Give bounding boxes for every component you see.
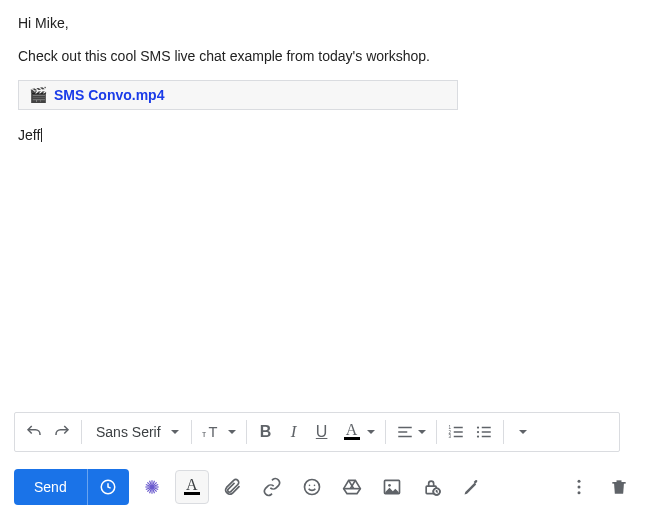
align-button[interactable]	[392, 418, 430, 446]
signature-text: Jeff	[18, 127, 40, 143]
insert-emoji-button[interactable]	[295, 470, 329, 504]
font-size-button[interactable]: т T	[198, 418, 240, 446]
lock-clock-icon	[422, 477, 442, 497]
format-toolbar: Sans Serif т T B I U A 123	[14, 412, 620, 452]
toolbar-divider	[81, 420, 82, 444]
svg-rect-41	[612, 482, 625, 484]
svg-point-40	[578, 491, 581, 494]
redo-button[interactable]	[49, 418, 75, 446]
trash-icon	[609, 477, 629, 497]
attachment-filename: SMS Convo.mp4	[54, 87, 164, 103]
paragraph-line: Check out this cool SMS live chat exampl…	[18, 47, 632, 66]
pen-icon	[462, 477, 482, 497]
text-format-icon: A	[181, 479, 203, 495]
chevron-down-icon	[228, 430, 236, 434]
paperclip-icon	[222, 477, 242, 497]
more-options-button[interactable]	[562, 470, 596, 504]
confidential-mode-button[interactable]	[415, 470, 449, 504]
text-color-icon: A	[341, 424, 363, 440]
font-family-picker[interactable]: Sans Serif	[88, 424, 185, 440]
image-icon	[382, 477, 402, 497]
send-button-label: Send	[34, 479, 67, 495]
bulleted-list-icon	[475, 423, 493, 441]
svg-point-38	[578, 480, 581, 483]
starburst-button[interactable]	[135, 470, 169, 504]
undo-icon	[25, 423, 43, 441]
svg-point-16	[476, 435, 478, 437]
bulleted-list-button[interactable]	[471, 418, 497, 446]
svg-text:T: T	[208, 424, 217, 440]
toolbar-divider	[436, 420, 437, 444]
svg-text:3: 3	[448, 434, 451, 439]
font-size-icon: т T	[202, 423, 224, 441]
numbered-list-icon: 123	[447, 423, 465, 441]
svg-point-15	[476, 431, 478, 433]
svg-point-34	[388, 484, 391, 487]
bold-icon: B	[260, 423, 272, 441]
numbered-list-button[interactable]: 123	[443, 418, 469, 446]
undo-button[interactable]	[21, 418, 47, 446]
toolbar-divider	[385, 420, 386, 444]
svg-text:т: т	[202, 429, 207, 439]
compose-body[interactable]: Hi Mike, Check out this cool SMS live ch…	[0, 0, 650, 167]
starburst-icon	[142, 477, 162, 497]
chevron-down-icon	[171, 430, 179, 434]
insert-drive-button[interactable]	[335, 470, 369, 504]
link-icon	[262, 477, 282, 497]
bold-button[interactable]: B	[253, 418, 279, 446]
send-button[interactable]: Send	[14, 469, 87, 505]
greeting-line: Hi Mike,	[18, 14, 632, 33]
svg-point-39	[578, 486, 581, 489]
toolbar-divider	[503, 420, 504, 444]
font-family-label: Sans Serif	[96, 424, 161, 440]
italic-icon: I	[291, 422, 297, 442]
insert-signature-button[interactable]	[455, 470, 489, 504]
svg-point-27	[308, 485, 310, 487]
align-left-icon	[396, 423, 414, 441]
svg-point-26	[304, 480, 319, 495]
attach-file-button[interactable]	[215, 470, 249, 504]
toolbar-divider	[246, 420, 247, 444]
attachment-chip[interactable]: 🎬 SMS Convo.mp4	[18, 80, 458, 110]
chevron-down-icon	[367, 430, 375, 434]
clapperboard-icon: 🎬	[29, 87, 48, 102]
text-color-button[interactable]: A	[337, 418, 379, 446]
italic-button[interactable]: I	[281, 418, 307, 446]
signature-line: Jeff	[18, 126, 632, 145]
discard-draft-button[interactable]	[602, 470, 636, 504]
more-format-button[interactable]	[510, 418, 536, 446]
emoji-icon	[302, 477, 322, 497]
action-row: Send A	[14, 466, 636, 508]
toggle-format-toolbar-button[interactable]: A	[175, 470, 209, 504]
redo-icon	[53, 423, 71, 441]
send-options-button[interactable]	[87, 469, 129, 505]
chevron-down-icon	[418, 430, 426, 434]
chevron-down-icon	[519, 430, 527, 434]
underline-button[interactable]: U	[309, 418, 335, 446]
more-vertical-icon	[569, 477, 589, 497]
svg-point-28	[313, 485, 315, 487]
insert-link-button[interactable]	[255, 470, 289, 504]
drive-icon	[342, 477, 362, 497]
svg-point-14	[476, 426, 478, 428]
underline-icon: U	[316, 423, 328, 441]
insert-image-button[interactable]	[375, 470, 409, 504]
schedule-send-icon	[99, 478, 117, 496]
send-group: Send	[14, 469, 129, 505]
toolbar-divider	[191, 420, 192, 444]
text-cursor	[41, 128, 42, 142]
